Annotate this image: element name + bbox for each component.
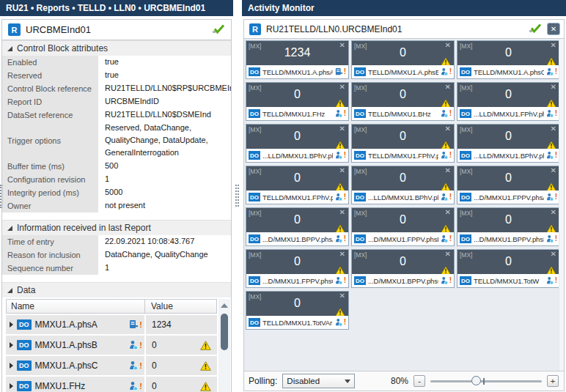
attribute-label: Enabled bbox=[2, 56, 98, 69]
monitor-tile[interactable]: [MX] ✕ 0 DO TELLD/MMXU1.BHz ! bbox=[351, 82, 455, 121]
expand-arrow-icon[interactable] bbox=[10, 342, 13, 348]
attribute-label: Buffer time (ms) bbox=[2, 160, 98, 173]
tile-label: TELLD/MMXU1.FPhV.phsB bbox=[368, 152, 438, 160]
tile-footer: DO ...D/MMXU1.FPPV.phsAB ! bbox=[457, 191, 559, 204]
report-status-icon: ! bbox=[335, 67, 346, 76]
monitor-tile[interactable]: [MX] ✕ 0 DO ...D/MMXU1.BPPV.phsAB ! bbox=[246, 207, 349, 246]
last-report-attribute-list: Time of entry 22.09.2021 10:08:43.767 Re… bbox=[2, 235, 231, 275]
section-data[interactable]: Data bbox=[2, 282, 231, 297]
tile-grid: [MX] ✕ 1234 DO TELLD/MMXU1.A.phsA ! bbox=[246, 40, 562, 330]
monitor-tile[interactable]: [MX] ✕ 0 DO ...LLD/MMXU1.BPhV.phsC ! bbox=[351, 166, 455, 204]
do-badge-icon: DO bbox=[17, 340, 32, 350]
attribute-value: URCBMEIndID bbox=[98, 95, 231, 108]
person-status-icon: ! bbox=[129, 340, 142, 350]
attribute-row: Reserved true bbox=[2, 69, 231, 82]
table-row[interactable]: DO MMXU1.A.phsA ! 1234 bbox=[6, 315, 217, 334]
data-object-value: 0 bbox=[152, 381, 157, 391]
expand-arrow-icon[interactable] bbox=[10, 363, 13, 369]
monitor-tile[interactable]: [MX] ✕ 0 DO TELLD/MMXU1.FPhV.phsB ! bbox=[351, 124, 455, 163]
tile-footer: DO TELLD/MMXU1.FPhV.phsC ! bbox=[246, 191, 348, 204]
attribute-label: Integrity period (ms) bbox=[2, 186, 98, 199]
zoom-slider[interactable] bbox=[430, 375, 542, 387]
tile-footer: DO TELLD/MMXU1.A.phsB ! bbox=[352, 65, 454, 78]
monitor-tile[interactable]: [MX] ✕ 0 DO ...D/MMXU1.FPPV.phsAB ! bbox=[457, 166, 560, 204]
attribute-value: Reserved, DataChange, QualityChange, Dat… bbox=[98, 122, 231, 160]
do-badge-icon: DO bbox=[249, 109, 260, 118]
panel-splitter[interactable] bbox=[233, 16, 242, 392]
do-badge-icon: DO bbox=[249, 276, 260, 285]
monitor-tile[interactable]: [MX] ✕ 0 DO ...LLD/MMXU1.FPhV.phsA ! bbox=[457, 82, 560, 121]
do-badge-icon: DO bbox=[249, 193, 260, 201]
polling-select[interactable]: Disabled bbox=[282, 374, 355, 388]
activity-monitor-title: Activity Monitor bbox=[242, 0, 566, 16]
data-table-body: DO MMXU1.A.phsA ! 1234 bbox=[6, 315, 217, 392]
person-status-icon: ! bbox=[129, 381, 142, 391]
table-row[interactable]: DO MMXU1.A.phsB ! 0 bbox=[6, 336, 217, 355]
person-status-icon: ! bbox=[546, 193, 557, 201]
monitor-tile[interactable]: [MX] ✕ 0 DO ...D/MMXU1.FPPV.phsCA ! bbox=[246, 249, 349, 288]
monitor-tile[interactable]: [MX] ✕ 0 DO ...D/MMXU1.BPPV.phsCA ! bbox=[351, 249, 455, 288]
section-title: Control Block attributes bbox=[17, 43, 108, 53]
column-header-name[interactable]: Name bbox=[7, 300, 145, 313]
data-object-name: MMXU1.A.phsC bbox=[35, 360, 98, 371]
table-row[interactable]: DO MMXU1.A.phsC ! 0 bbox=[6, 356, 217, 375]
attribute-value: RU21TELLD/LLN0$RP$URCBMEInd01 bbox=[98, 82, 232, 95]
monitor-tile[interactable]: [MX] ✕ 0 DO ...D/MMXU1.BPPV.phsBC ! bbox=[457, 207, 560, 246]
monitor-tile[interactable]: [MX] ✕ 0 DO TELLD/MMXU1.TotVAr ! bbox=[246, 291, 349, 330]
attribute-value: 1 bbox=[98, 262, 231, 275]
slider-track[interactable] bbox=[430, 380, 542, 382]
tile-footer: DO TELLD/MMXU1.TotVAr ! bbox=[246, 316, 348, 329]
warning-icon bbox=[200, 341, 211, 352]
zoom-out-button[interactable]: - bbox=[414, 375, 425, 387]
chevron-down-icon bbox=[345, 380, 350, 383]
tile-value: 0 bbox=[246, 130, 348, 143]
person-status-icon: ! bbox=[441, 276, 452, 285]
column-header-value[interactable]: Value bbox=[145, 300, 216, 313]
collapse-icon bbox=[7, 226, 12, 231]
attribute-label: Time of entry bbox=[2, 235, 98, 248]
attribute-row: Sequence number 1 bbox=[2, 262, 231, 275]
breadcrumb: RU21 • Reports • TELLD • LLN0 • URCBMEIn… bbox=[0, 0, 233, 16]
tile-label: ...D/MMXU1.FPPV.phsBC bbox=[368, 235, 438, 243]
tile-label: TELLD/MMXU1.A.phsC bbox=[474, 68, 544, 76]
tile-footer: DO TELLD/MMXU1.TotW ! bbox=[457, 274, 559, 287]
scroll-up-icon[interactable] bbox=[221, 303, 228, 308]
attribute-row: Buffer time (ms) 500 bbox=[2, 160, 231, 173]
attribute-row: Report ID URCBMEIndID bbox=[2, 95, 231, 108]
zoom-in-button[interactable]: + bbox=[547, 375, 559, 387]
monitor-tile[interactable]: [MX] ✕ 0 DO TELLD/MMXU1.FPhV.phsC ! bbox=[246, 166, 349, 204]
monitor-tile[interactable]: [MX] ✕ 0 DO TELLD/MMXU1.A.phsB ! bbox=[351, 40, 455, 79]
monitor-scrollbar-track[interactable] bbox=[559, 39, 564, 371]
monitor-tile[interactable]: [MX] ✕ 0 DO TELLD/MMXU1.FHz ! bbox=[246, 82, 349, 121]
collapse-icon bbox=[7, 288, 12, 293]
data-table-scrollbar[interactable] bbox=[218, 299, 230, 392]
person-status-icon: ! bbox=[335, 276, 346, 285]
person-status-icon: ! bbox=[546, 276, 557, 285]
monitor-tile[interactable]: [MX] ✕ 0 DO ...LLD/MMXU1.BPhV.phsB ! bbox=[457, 124, 560, 163]
do-badge-icon: DO bbox=[354, 234, 366, 243]
person-status-icon: ! bbox=[335, 318, 346, 327]
monitor-tile[interactable]: [MX] ✕ 0 DO TELLD/MMXU1.TotW ! bbox=[457, 249, 560, 288]
splitter-grip-icon[interactable] bbox=[235, 185, 239, 207]
attribute-value: 1 bbox=[98, 173, 231, 186]
monitor-tile[interactable]: [MX] ✕ 0 DO ...D/MMXU1.FPPV.phsBC ! bbox=[351, 207, 455, 246]
section-last-report-info[interactable]: Information received in last Report bbox=[2, 220, 231, 235]
slider-thumb[interactable] bbox=[471, 376, 481, 385]
monitor-tile[interactable]: [MX] ✕ 0 DO TELLD/MMXU1.A.phsC ! bbox=[457, 40, 560, 79]
monitor-tile[interactable]: [MX] ✕ 1234 DO TELLD/MMXU1.A.phsA ! bbox=[246, 40, 349, 79]
polling-selected-value: Disabled bbox=[287, 377, 320, 385]
table-row[interactable]: DO MMXU1.FHz ! 0 bbox=[6, 377, 217, 392]
left-edge-splitter-grip[interactable] bbox=[0, 185, 3, 208]
attribute-value: 22.09.2021 10:08:43.767 bbox=[98, 235, 231, 248]
activity-monitor-panel: R RU21TELLD/LLN0.URCBMEInd01 ✕ [MX] ✕ 12… bbox=[243, 19, 565, 391]
close-monitor-button[interactable]: ✕ bbox=[547, 23, 560, 35]
scrollbar-thumb[interactable] bbox=[221, 314, 228, 350]
enabled-check-icon bbox=[529, 23, 542, 36]
tile-value: 0 bbox=[352, 130, 454, 143]
expand-arrow-icon[interactable] bbox=[10, 322, 13, 328]
section-control-block-attributes[interactable]: Control Block attributes bbox=[2, 40, 231, 56]
expand-arrow-icon[interactable] bbox=[10, 383, 13, 389]
attribute-label: Reserved bbox=[2, 69, 98, 82]
tile-value: 0 bbox=[457, 171, 559, 185]
monitor-tile[interactable]: [MX] ✕ 0 DO ...LLD/MMXU1.BPhV.phsA ! bbox=[246, 124, 349, 163]
